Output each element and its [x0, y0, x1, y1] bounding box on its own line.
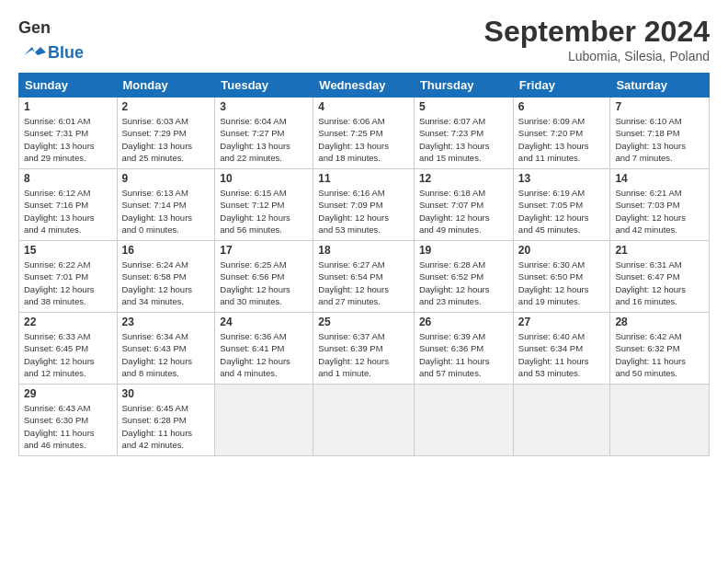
day-info: Sunrise: 6:25 AM Sunset: 6:56 PM Dayligh…	[220, 259, 308, 307]
svg-marker-1	[24, 47, 46, 55]
day-info: Sunrise: 6:40 AM Sunset: 6:34 PM Dayligh…	[518, 330, 606, 379]
calendar-day-cell	[414, 385, 513, 456]
day-number: 25	[318, 316, 409, 328]
day-number: 17	[220, 244, 308, 257]
calendar-day-cell: 14Sunrise: 6:21 AM Sunset: 7:03 PM Dayli…	[610, 169, 710, 241]
day-number: 22	[24, 316, 112, 328]
calendar: Sunday Monday Tuesday Wednesday Thursday…	[18, 73, 710, 456]
day-info: Sunrise: 6:13 AM Sunset: 7:14 PM Dayligh…	[122, 187, 210, 236]
day-number: 3	[220, 100, 308, 113]
calendar-day-cell: 2Sunrise: 6:03 AM Sunset: 7:29 PM Daylig…	[117, 98, 215, 169]
day-info: Sunrise: 6:18 AM Sunset: 7:07 PM Dayligh…	[419, 187, 508, 236]
day-number: 26	[419, 316, 508, 328]
calendar-day-cell: 11Sunrise: 6:16 AM Sunset: 7:09 PM Dayli…	[313, 169, 415, 241]
calendar-week-row: 15Sunrise: 6:22 AM Sunset: 7:01 PM Dayli…	[19, 241, 710, 313]
calendar-week-row: 22Sunrise: 6:33 AM Sunset: 6:45 PM Dayli…	[19, 313, 710, 385]
day-number: 2	[122, 100, 210, 113]
col-sunday: Sunday	[19, 74, 118, 98]
calendar-day-cell: 9Sunrise: 6:13 AM Sunset: 7:14 PM Daylig…	[117, 169, 215, 241]
location: Lubomia, Silesia, Poland	[484, 49, 710, 63]
day-number: 6	[518, 100, 606, 113]
day-number: 18	[318, 244, 409, 257]
calendar-day-cell: 24Sunrise: 6:36 AM Sunset: 6:41 PM Dayli…	[215, 313, 313, 385]
calendar-day-cell: 22Sunrise: 6:33 AM Sunset: 6:45 PM Dayli…	[19, 313, 118, 385]
day-info: Sunrise: 6:10 AM Sunset: 7:18 PM Dayligh…	[615, 115, 704, 164]
calendar-day-cell: 6Sunrise: 6:09 AM Sunset: 7:20 PM Daylig…	[513, 98, 610, 169]
day-number: 10	[220, 172, 308, 185]
logo: General Blue	[18, 15, 84, 63]
day-info: Sunrise: 6:22 AM Sunset: 7:01 PM Dayligh…	[24, 259, 112, 307]
day-info: Sunrise: 6:07 AM Sunset: 7:23 PM Dayligh…	[419, 115, 508, 164]
day-info: Sunrise: 6:09 AM Sunset: 7:20 PM Dayligh…	[518, 115, 606, 164]
day-info: Sunrise: 6:33 AM Sunset: 6:45 PM Dayligh…	[24, 330, 112, 379]
day-info: Sunrise: 6:19 AM Sunset: 7:05 PM Dayligh…	[518, 187, 606, 236]
day-number: 21	[615, 244, 704, 257]
calendar-day-cell	[215, 385, 313, 456]
col-tuesday: Tuesday	[215, 74, 313, 98]
day-info: Sunrise: 6:43 AM Sunset: 6:30 PM Dayligh…	[24, 402, 112, 451]
day-info: Sunrise: 6:16 AM Sunset: 7:09 PM Dayligh…	[318, 187, 409, 236]
day-info: Sunrise: 6:36 AM Sunset: 6:41 PM Dayligh…	[220, 330, 308, 379]
day-number: 24	[220, 316, 308, 328]
day-number: 1	[24, 100, 112, 113]
day-info: Sunrise: 6:45 AM Sunset: 6:28 PM Dayligh…	[122, 402, 210, 451]
logo-blue-text: Blue	[48, 43, 84, 63]
svg-text:General: General	[18, 18, 51, 37]
col-wednesday: Wednesday	[313, 74, 415, 98]
day-number: 19	[419, 244, 508, 257]
calendar-day-cell: 15Sunrise: 6:22 AM Sunset: 7:01 PM Dayli…	[19, 241, 118, 313]
day-info: Sunrise: 6:06 AM Sunset: 7:25 PM Dayligh…	[318, 115, 409, 164]
calendar-day-cell: 17Sunrise: 6:25 AM Sunset: 6:56 PM Dayli…	[215, 241, 313, 313]
calendar-day-cell: 10Sunrise: 6:15 AM Sunset: 7:12 PM Dayli…	[215, 169, 313, 241]
header: General Blue September 2024 Lubomia, Sil…	[18, 15, 710, 63]
calendar-day-cell: 25Sunrise: 6:37 AM Sunset: 6:39 PM Dayli…	[313, 313, 415, 385]
calendar-day-cell	[513, 385, 610, 456]
calendar-day-cell: 13Sunrise: 6:19 AM Sunset: 7:05 PM Dayli…	[513, 169, 610, 241]
day-info: Sunrise: 6:30 AM Sunset: 6:50 PM Dayligh…	[518, 259, 606, 307]
day-info: Sunrise: 6:21 AM Sunset: 7:03 PM Dayligh…	[615, 187, 704, 236]
calendar-day-cell: 21Sunrise: 6:31 AM Sunset: 6:47 PM Dayli…	[610, 241, 710, 313]
calendar-day-cell: 1Sunrise: 6:01 AM Sunset: 7:31 PM Daylig…	[19, 98, 118, 169]
calendar-day-cell: 5Sunrise: 6:07 AM Sunset: 7:23 PM Daylig…	[414, 98, 513, 169]
calendar-day-cell: 12Sunrise: 6:18 AM Sunset: 7:07 PM Dayli…	[414, 169, 513, 241]
day-number: 11	[318, 172, 409, 185]
month-title: September 2024	[484, 15, 710, 49]
day-number: 28	[615, 316, 704, 328]
logo-icon: General	[18, 15, 51, 42]
col-saturday: Saturday	[610, 74, 710, 98]
day-number: 14	[615, 172, 704, 185]
calendar-day-cell: 26Sunrise: 6:39 AM Sunset: 6:36 PM Dayli…	[414, 313, 513, 385]
logo-bird-icon	[18, 42, 46, 63]
day-info: Sunrise: 6:01 AM Sunset: 7:31 PM Dayligh…	[24, 115, 112, 164]
day-number: 4	[318, 100, 409, 113]
calendar-day-cell: 16Sunrise: 6:24 AM Sunset: 6:58 PM Dayli…	[117, 241, 215, 313]
calendar-day-cell: 18Sunrise: 6:27 AM Sunset: 6:54 PM Dayli…	[313, 241, 415, 313]
day-info: Sunrise: 6:15 AM Sunset: 7:12 PM Dayligh…	[220, 187, 308, 236]
calendar-day-cell: 29Sunrise: 6:43 AM Sunset: 6:30 PM Dayli…	[19, 385, 118, 456]
day-number: 27	[518, 316, 606, 328]
day-info: Sunrise: 6:24 AM Sunset: 6:58 PM Dayligh…	[122, 259, 210, 307]
calendar-day-cell: 3Sunrise: 6:04 AM Sunset: 7:27 PM Daylig…	[215, 98, 313, 169]
day-info: Sunrise: 6:28 AM Sunset: 6:52 PM Dayligh…	[419, 259, 508, 307]
calendar-week-row: 8Sunrise: 6:12 AM Sunset: 7:16 PM Daylig…	[19, 169, 710, 241]
calendar-day-cell: 19Sunrise: 6:28 AM Sunset: 6:52 PM Dayli…	[414, 241, 513, 313]
day-info: Sunrise: 6:39 AM Sunset: 6:36 PM Dayligh…	[419, 330, 508, 379]
calendar-day-cell: 20Sunrise: 6:30 AM Sunset: 6:50 PM Dayli…	[513, 241, 610, 313]
calendar-day-cell: 7Sunrise: 6:10 AM Sunset: 7:18 PM Daylig…	[610, 98, 710, 169]
calendar-day-cell: 4Sunrise: 6:06 AM Sunset: 7:25 PM Daylig…	[313, 98, 415, 169]
day-number: 30	[122, 387, 210, 400]
day-info: Sunrise: 6:04 AM Sunset: 7:27 PM Dayligh…	[220, 115, 308, 164]
day-info: Sunrise: 6:31 AM Sunset: 6:47 PM Dayligh…	[615, 259, 704, 307]
day-number: 12	[419, 172, 508, 185]
day-number: 13	[518, 172, 606, 185]
weekday-header-row: Sunday Monday Tuesday Wednesday Thursday…	[19, 74, 710, 98]
calendar-week-row: 29Sunrise: 6:43 AM Sunset: 6:30 PM Dayli…	[19, 385, 710, 456]
calendar-day-cell: 27Sunrise: 6:40 AM Sunset: 6:34 PM Dayli…	[513, 313, 610, 385]
col-thursday: Thursday	[414, 74, 513, 98]
day-info: Sunrise: 6:27 AM Sunset: 6:54 PM Dayligh…	[318, 259, 409, 307]
day-number: 29	[24, 387, 112, 400]
day-number: 7	[615, 100, 704, 113]
calendar-day-cell: 30Sunrise: 6:45 AM Sunset: 6:28 PM Dayli…	[117, 385, 215, 456]
col-monday: Monday	[117, 74, 215, 98]
calendar-week-row: 1Sunrise: 6:01 AM Sunset: 7:31 PM Daylig…	[19, 98, 710, 169]
